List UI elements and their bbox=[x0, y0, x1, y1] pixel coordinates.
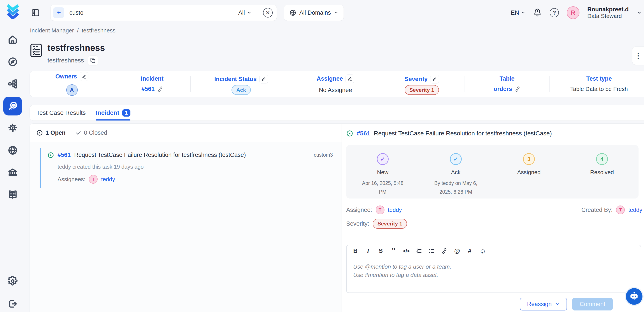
bullet-list-icon[interactable] bbox=[429, 248, 435, 254]
incident-detail-id[interactable]: #561 bbox=[357, 130, 370, 137]
created-by-name-link[interactable]: teddy bbox=[628, 207, 642, 213]
notifications-bell-icon[interactable] bbox=[533, 8, 542, 17]
table-link[interactable]: orders bbox=[494, 86, 512, 92]
detail-assignee-label: Assignee: bbox=[346, 207, 372, 213]
comment-button[interactable]: Comment bbox=[572, 298, 613, 310]
incident-tag: custom3 bbox=[314, 152, 333, 158]
link-icon[interactable] bbox=[441, 248, 448, 254]
settings-icon[interactable] bbox=[8, 276, 18, 286]
strikethrough-icon[interactable]: S bbox=[378, 248, 384, 254]
open-status-icon bbox=[48, 152, 54, 159]
clear-search-icon[interactable]: ✕ bbox=[263, 8, 273, 18]
app-logo[interactable] bbox=[6, 4, 20, 19]
incident-label: Incident bbox=[141, 75, 164, 82]
sidebar-item-governance[interactable] bbox=[3, 163, 22, 182]
owner-avatar[interactable]: A bbox=[66, 84, 78, 96]
open-status-icon bbox=[346, 130, 353, 137]
owners-label: Owners bbox=[55, 73, 77, 80]
chatbot-button[interactable] bbox=[625, 287, 644, 306]
chevron-down-icon[interactable] bbox=[636, 10, 642, 15]
sidebar-item-insights[interactable] bbox=[3, 119, 22, 138]
closed-count-label: 0 Closed bbox=[84, 129, 108, 136]
check-icon bbox=[75, 130, 82, 136]
edit-severity-icon[interactable] bbox=[430, 75, 439, 83]
assignee-name-link[interactable]: teddy bbox=[388, 207, 402, 213]
edit-assignee-icon[interactable] bbox=[346, 75, 354, 83]
sidebar-item-lineage[interactable] bbox=[3, 75, 22, 93]
hashtag-icon[interactable]: # bbox=[467, 248, 473, 254]
editor-placeholder-line2: Use #mention to tag a data asset. bbox=[353, 271, 634, 279]
assignee-avatar[interactable]: T bbox=[376, 206, 384, 214]
link-icon[interactable] bbox=[157, 86, 163, 92]
search-scope-dropdown[interactable]: All bbox=[238, 10, 252, 16]
tab-test-case-results[interactable]: Test Case Results bbox=[36, 105, 86, 120]
ai-sparkle-icon[interactable] bbox=[53, 7, 64, 18]
sidebar-item-home[interactable] bbox=[3, 30, 22, 49]
sidebar-item-docs[interactable] bbox=[3, 185, 22, 204]
timeline-connector bbox=[390, 159, 448, 159]
user-name: Rounakpreet.d bbox=[587, 6, 629, 13]
tab-label: Incident bbox=[96, 105, 119, 120]
domains-filter[interactable]: All Domains bbox=[284, 5, 344, 21]
logout-icon[interactable] bbox=[8, 299, 18, 309]
sidebar-toggle-icon[interactable] bbox=[31, 8, 40, 17]
mention-icon[interactable]: @ bbox=[454, 248, 460, 254]
breadcrumb-separator: / bbox=[77, 27, 78, 34]
more-actions-button[interactable]: ⋮ bbox=[632, 47, 644, 65]
open-count[interactable]: 1 Open bbox=[36, 129, 66, 136]
link-icon[interactable] bbox=[515, 86, 520, 92]
incident-meta-bar: Owners A Incident #561 Incident Status A… bbox=[30, 71, 644, 97]
open-count-label: 1 Open bbox=[46, 129, 66, 136]
blockquote-icon[interactable]: ” bbox=[390, 249, 396, 253]
code-icon[interactable]: </> bbox=[403, 249, 410, 253]
italic-icon[interactable]: I bbox=[365, 248, 371, 254]
breadcrumb-parent[interactable]: Incident Manager bbox=[30, 27, 74, 34]
timeline-step-ack: ✓ Ack By teddy on May 6, 2025, 6:26 PM bbox=[419, 153, 492, 197]
user-menu[interactable]: Rounakpreet.d Data Steward bbox=[587, 6, 629, 20]
detail-created-by: Created By: T teddy bbox=[582, 206, 642, 214]
detail-severity: Severity: Severity 1 bbox=[346, 219, 644, 229]
kebab-icon: ⋮ bbox=[635, 52, 642, 60]
sidebar-item-web[interactable] bbox=[3, 141, 22, 160]
closed-count[interactable]: 0 Closed bbox=[75, 129, 108, 136]
incident-id[interactable]: #561 bbox=[58, 152, 71, 159]
search-input[interactable] bbox=[64, 10, 238, 16]
created-by-avatar[interactable]: T bbox=[616, 206, 625, 214]
assignee-name-link[interactable]: teddy bbox=[101, 176, 115, 183]
meta-owners: Owners A bbox=[30, 71, 114, 97]
severity-badge[interactable]: Severity 1 bbox=[404, 85, 439, 95]
emoji-icon[interactable]: ☺ bbox=[480, 248, 486, 254]
language-selector[interactable]: EN bbox=[511, 10, 525, 16]
meta-incident: Incident #561 bbox=[114, 71, 190, 97]
copy-icon[interactable] bbox=[88, 55, 98, 66]
ordered-list-icon[interactable] bbox=[416, 248, 422, 254]
step-label: New bbox=[377, 169, 388, 176]
step-timestamp: Apr 16, 2025, 5:48 PM bbox=[360, 179, 406, 197]
incident-status-badge[interactable]: Ack bbox=[232, 85, 251, 95]
meta-table: Table orders bbox=[464, 71, 550, 97]
meta-incident-status: Incident Status Ack bbox=[190, 71, 292, 97]
breadcrumb-current[interactable]: testfreshness bbox=[82, 27, 116, 34]
timeline-step-assigned: 3 Assigned bbox=[492, 153, 566, 197]
meta-test-type: Test type Table Data to be Fresh bbox=[550, 71, 644, 97]
severity-badge[interactable]: Severity 1 bbox=[373, 219, 407, 229]
comment-input[interactable]: Use @mention to tag a user or a team. Us… bbox=[346, 257, 641, 285]
incident-id-link[interactable]: #561 bbox=[141, 86, 154, 92]
incident-list-item[interactable]: #561 Request TestCase Failure Resolution… bbox=[40, 148, 342, 188]
reassign-button[interactable]: Reassign bbox=[520, 298, 567, 310]
step-number: 3 bbox=[523, 153, 535, 165]
tab-count-badge: 1 bbox=[122, 109, 130, 117]
assignee-avatar[interactable]: T bbox=[89, 175, 98, 184]
help-icon[interactable]: ? bbox=[550, 8, 559, 17]
sidebar-item-explore[interactable] bbox=[3, 52, 22, 71]
edit-owners-icon[interactable] bbox=[80, 72, 88, 81]
sidebar-item-data-quality[interactable] bbox=[3, 97, 22, 115]
user-role: Data Steward bbox=[587, 13, 629, 20]
user-avatar[interactable]: R bbox=[567, 6, 580, 19]
assignee-label: Assignee bbox=[317, 75, 343, 82]
globe-icon bbox=[289, 9, 296, 16]
bold-icon[interactable]: B bbox=[352, 248, 358, 254]
open-status-icon bbox=[36, 129, 43, 136]
edit-incident-status-icon[interactable] bbox=[259, 75, 268, 83]
tab-incident[interactable]: Incident 1 bbox=[96, 105, 130, 120]
